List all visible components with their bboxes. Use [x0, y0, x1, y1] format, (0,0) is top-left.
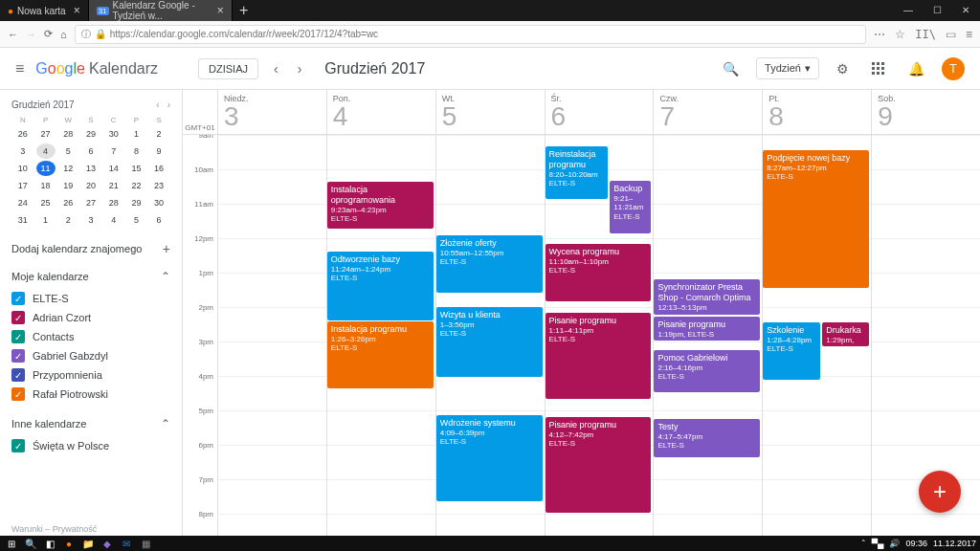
- mini-day[interactable]: 16: [149, 161, 168, 176]
- event[interactable]: Wdrożenie systemu4:09–6:39pmELTE-S: [436, 415, 543, 501]
- mini-day[interactable]: 30: [104, 126, 123, 142]
- day-header[interactable]: Wt.5: [435, 90, 545, 134]
- mini-day[interactable]: 1: [126, 126, 145, 142]
- mini-day[interactable]: 12: [58, 161, 78, 176]
- mini-day[interactable]: 22: [126, 178, 145, 193]
- event[interactable]: Testy4:17–5:47pmELTE-S: [654, 419, 760, 457]
- event[interactable]: Instalacja oprogramowania9:23am–4:23pmEL…: [327, 182, 434, 229]
- firefox-icon[interactable]: ●: [61, 537, 77, 550]
- checkbox[interactable]: ✓: [11, 292, 25, 305]
- calendar-item[interactable]: ✓Contacts: [11, 327, 170, 346]
- tray-volume-icon[interactable]: 🔊: [889, 539, 900, 548]
- my-calendars-header[interactable]: Moje kalendarze: [11, 271, 89, 282]
- search-taskbar-icon[interactable]: 🔍: [23, 537, 38, 550]
- other-calendars-header[interactable]: Inne kalendarze: [11, 418, 86, 430]
- mini-day[interactable]: 28: [104, 195, 123, 210]
- mini-day[interactable]: 5: [58, 143, 78, 159]
- event[interactable]: Synchronizator Presta Shop - Comarch Opt…: [654, 279, 760, 315]
- search-icon[interactable]: 🔍: [717, 61, 745, 77]
- calendar-item[interactable]: ✓Gabriel Gabzdyl: [11, 346, 170, 365]
- calendar-item[interactable]: ✓Święta w Polsce: [11, 436, 170, 455]
- mini-day[interactable]: 26: [13, 126, 33, 142]
- day-column[interactable]: [217, 135, 326, 536]
- mini-day[interactable]: 14: [104, 161, 123, 176]
- explorer-icon[interactable]: 📁: [80, 537, 96, 550]
- checkbox[interactable]: ✓: [11, 439, 25, 452]
- mini-day[interactable]: 30: [149, 195, 168, 210]
- checkbox[interactable]: ✓: [11, 387, 25, 401]
- reload-icon[interactable]: ⟳: [44, 28, 53, 40]
- create-event-fab[interactable]: +: [919, 471, 961, 513]
- calendar-item[interactable]: ✓Przypomnienia: [11, 365, 170, 385]
- mini-day[interactable]: 20: [81, 178, 100, 193]
- mini-next-icon[interactable]: ›: [167, 99, 170, 110]
- event[interactable]: Drukarka1:29pm, ELTE: [822, 322, 869, 346]
- mini-day[interactable]: 3: [13, 143, 33, 159]
- next-icon[interactable]: ›: [294, 61, 306, 77]
- event[interactable]: Złożenie oferty10:55am–12:55pmELTE-S: [436, 235, 543, 293]
- tab-new[interactable]: ●Nowa karta×: [0, 0, 89, 21]
- event[interactable]: Pisanie programu4:12–7:42pmELTE-S: [546, 417, 652, 513]
- outlook-icon[interactable]: ✉: [119, 537, 134, 550]
- day-column[interactable]: Instalacja oprogramowania9:23am–4:23pmEL…: [326, 135, 435, 536]
- mini-day[interactable]: 29: [81, 126, 100, 142]
- info-icon[interactable]: ⓘ: [81, 28, 91, 41]
- chevron-up-icon[interactable]: ⌃: [161, 270, 170, 283]
- vs-icon[interactable]: ◆: [100, 537, 115, 550]
- day-header[interactable]: Śr.6: [545, 90, 654, 134]
- event[interactable]: Pisanie programu1:19pm, ELTE-S: [654, 317, 760, 341]
- home-icon[interactable]: ⌂: [60, 29, 67, 40]
- taskbar[interactable]: ⊞ 🔍 ◧ ● 📁 ◆ ✉ ▦ ˄ ▀▄ 🔊 09:36 11.12.2017: [0, 536, 980, 551]
- event[interactable]: Wycena programu11:10am–1:10pmELTE-S: [546, 244, 652, 301]
- footer-links[interactable]: Warunki – Prywatność: [11, 524, 97, 534]
- mini-day[interactable]: 7: [104, 143, 123, 159]
- mini-day[interactable]: 27: [81, 195, 100, 210]
- mini-day[interactable]: 2: [149, 126, 168, 142]
- event[interactable]: Szkolenie1:28–4:28pmELTE-S: [763, 322, 820, 380]
- tray-network-icon[interactable]: ▀▄: [872, 539, 884, 548]
- app-icon[interactable]: ▦: [138, 537, 153, 550]
- mini-day[interactable]: 21: [104, 178, 123, 193]
- mini-day[interactable]: 1: [36, 212, 56, 228]
- tray-chevron-icon[interactable]: ˄: [861, 539, 866, 548]
- today-button[interactable]: DZISIAJ: [198, 58, 258, 79]
- day-header[interactable]: Pt.8: [762, 90, 871, 134]
- calendar-item[interactable]: ✓Adrian Czort: [11, 308, 170, 327]
- save-icon[interactable]: ☆: [895, 28, 905, 41]
- checkbox[interactable]: ✓: [11, 311, 25, 324]
- prev-icon[interactable]: ‹: [270, 61, 282, 77]
- taskview-icon[interactable]: ◧: [42, 537, 57, 550]
- mini-day[interactable]: 24: [13, 195, 33, 210]
- new-tab-button[interactable]: +: [233, 0, 256, 21]
- mini-day[interactable]: 31: [13, 212, 33, 228]
- day-column[interactable]: Reinstalacja programu8:20–10:20amELTE-SB…: [545, 135, 654, 536]
- mini-day[interactable]: 4: [104, 212, 123, 228]
- event[interactable]: Reinstalacja programu8:20–10:20amELTE-S: [546, 146, 609, 199]
- maximize-icon[interactable]: ☐: [923, 0, 951, 21]
- sidebar-icon[interactable]: ▭: [946, 28, 956, 41]
- taskbar-date[interactable]: 11.12.2017: [933, 539, 976, 548]
- clock[interactable]: 09:36: [905, 540, 927, 548]
- mini-prev-icon[interactable]: ‹: [156, 99, 159, 110]
- start-icon[interactable]: ⊞: [4, 537, 19, 550]
- apps-icon[interactable]: [866, 62, 891, 76]
- more-icon[interactable]: ⋯: [874, 28, 885, 41]
- mini-day[interactable]: 25: [36, 195, 56, 210]
- forward-icon[interactable]: →: [26, 29, 36, 40]
- mini-day[interactable]: 27: [36, 126, 56, 142]
- minimize-icon[interactable]: —: [894, 0, 923, 21]
- mini-day[interactable]: 10: [13, 161, 33, 176]
- menu-icon[interactable]: ≡: [15, 60, 24, 77]
- mini-day[interactable]: 2: [58, 212, 78, 228]
- tab-calendar[interactable]: 31Kalendarz Google - Tydzień w...×: [89, 0, 233, 21]
- day-header[interactable]: Sob.9: [871, 90, 980, 134]
- checkbox[interactable]: ✓: [11, 330, 25, 343]
- library-icon[interactable]: II\: [915, 28, 936, 41]
- address-bar[interactable]: ⓘ 🔒 https://calendar.google.com/calendar…: [75, 25, 867, 44]
- plus-icon[interactable]: +: [163, 241, 170, 256]
- day-column[interactable]: Złożenie oferty10:55am–12:55pmELTE-SWizy…: [435, 135, 545, 536]
- event[interactable]: Wizyta u klienta1–3:56pmELTE-S: [436, 307, 543, 377]
- mini-day[interactable]: 17: [13, 178, 33, 193]
- day-column[interactable]: Podpięcie nowej bazy8:27am–12:27pmELTE-S…: [762, 135, 871, 536]
- avatar[interactable]: T: [942, 57, 965, 80]
